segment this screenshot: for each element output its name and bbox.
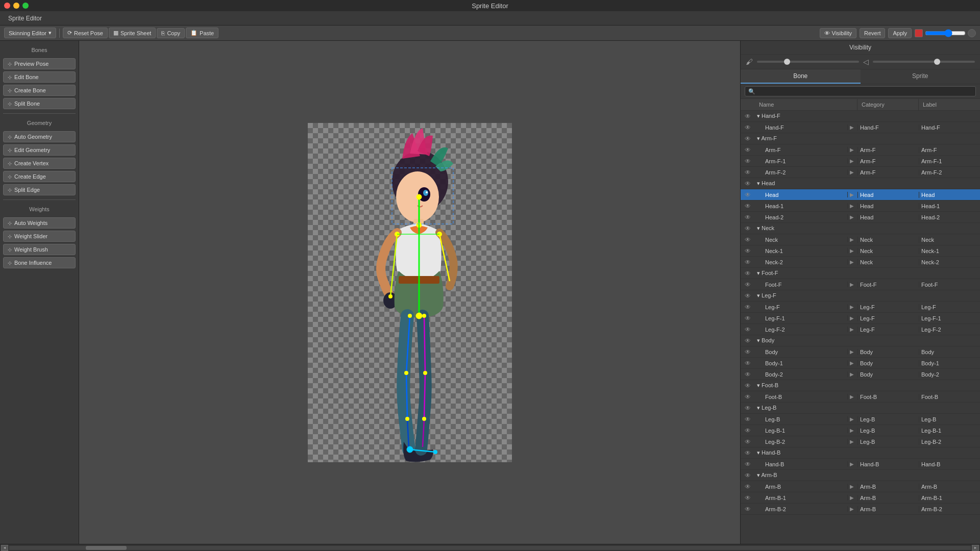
tree-row[interactable]: 👁▾ Foot-B	[741, 380, 980, 391]
scroll-track[interactable]	[9, 546, 971, 550]
visibility-eye-icon[interactable]: 👁	[745, 180, 751, 187]
apply-button[interactable]: Apply	[888, 28, 912, 38]
visibility-eye-icon[interactable]: 👁	[745, 371, 751, 378]
tree-row[interactable]: 👁▾ Arm-F	[741, 133, 980, 144]
canvas-viewport[interactable]	[308, 123, 512, 462]
tree-row[interactable]: 👁▾ Neck	[741, 223, 980, 234]
tree-row[interactable]: 👁Arm-F-2▶Arm-FArm-F-2	[741, 167, 980, 178]
visibility-eye-icon[interactable]: 👁	[745, 461, 751, 468]
visibility-eye-icon[interactable]: 👁	[745, 427, 751, 434]
visibility-eye-icon[interactable]: 👁	[745, 382, 751, 389]
visibility-eye-icon[interactable]: 👁	[745, 360, 751, 367]
tree-row[interactable]: 👁Arm-B-2▶Arm-BArm-B-2	[741, 504, 980, 515]
tab-bone[interactable]: Bone	[741, 69, 861, 84]
tree-row[interactable]: 👁▾ Leg-F	[741, 290, 980, 302]
maximize-button[interactable]	[22, 3, 29, 9]
visibility-eye-icon[interactable]: 👁	[745, 315, 751, 322]
visibility-eye-icon[interactable]: 👁	[745, 483, 751, 490]
tree-row[interactable]: 👁Leg-F-2▶Leg-FLeg-F-2	[741, 324, 980, 335]
visibility-eye-icon[interactable]: 👁	[745, 506, 751, 513]
tree-row[interactable]: 👁Body▶BodyBody	[741, 346, 980, 358]
tree-row[interactable]: 👁Arm-F-1▶Arm-FArm-F-1	[741, 156, 980, 167]
menu-sprite-editor[interactable]: Sprite Editor	[4, 14, 46, 23]
weight-brush-button[interactable]: ⊹ Weight Brush	[3, 244, 76, 255]
slider-thumb-2[interactable]	[934, 59, 940, 65]
tree-row[interactable]: 👁Hand-F▶Hand-FHand-F	[741, 122, 980, 133]
visibility-eye-icon[interactable]: 👁	[745, 124, 751, 131]
bone-influence-button[interactable]: ⊹ Bone Influence	[3, 257, 76, 268]
tree-row[interactable]: 👁Neck-1▶NeckNeck-1	[741, 245, 980, 257]
tree-row[interactable]: 👁Arm-F▶Arm-FArm-F	[741, 144, 980, 156]
tree-row[interactable]: 👁Body-1▶BodyBody-1	[741, 358, 980, 369]
edit-geometry-button[interactable]: ⊹ Edit Geometry	[3, 144, 76, 156]
paste-button[interactable]: 📋 Paste	[186, 28, 218, 38]
minimize-button[interactable]	[13, 3, 19, 9]
scroll-right-arrow[interactable]: ▸	[972, 545, 979, 551]
reset-pose-button[interactable]: ⟳ Reset Pose	[63, 28, 108, 38]
edit-bone-button[interactable]: ⊹ Edit Bone	[3, 71, 76, 83]
tree-row[interactable]: 👁▾ Hand-B	[741, 447, 980, 459]
scroll-thumb[interactable]	[86, 546, 127, 550]
tree-row[interactable]: 👁Head-2▶HeadHead-2	[741, 212, 980, 223]
search-input[interactable]	[745, 86, 976, 96]
visibility-eye-icon[interactable]: 👁	[745, 247, 751, 255]
visibility-eye-icon[interactable]: 👁	[745, 326, 751, 333]
tree-row[interactable]: 👁Leg-F▶Leg-FLeg-F	[741, 302, 980, 313]
tree-row[interactable]: 👁Leg-B-2▶Leg-BLeg-B-2	[741, 436, 980, 447]
visibility-eye-icon[interactable]: 👁	[745, 348, 751, 356]
preview-pose-button[interactable]: ⊹ Preview Pose	[3, 58, 76, 69]
visibility-eye-icon[interactable]: 👁	[745, 146, 751, 154]
visibility-eye-icon[interactable]: 👁	[745, 113, 751, 120]
tab-sprite[interactable]: Sprite	[861, 69, 981, 84]
visibility-eye-icon[interactable]: 👁	[745, 214, 751, 221]
tree-row[interactable]: 👁Hand-B▶Hand-BHand-B	[741, 459, 980, 470]
visibility-eye-icon[interactable]: 👁	[745, 259, 751, 266]
tree-row[interactable]: 👁▾ Foot-F	[741, 268, 980, 279]
visibility-eye-icon[interactable]: 👁	[745, 135, 751, 142]
visibility-eye-icon[interactable]: 👁	[745, 158, 751, 165]
visibility-eye-icon[interactable]: 👁	[745, 236, 751, 243]
visibility-eye-icon[interactable]: 👁	[745, 270, 751, 277]
tree-list[interactable]: 👁▾ Hand-F👁Hand-F▶Hand-FHand-F👁▾ Arm-F👁Ar…	[741, 111, 980, 544]
color-circle[interactable]	[968, 29, 976, 37]
visibility-eye-icon[interactable]: 👁	[745, 393, 751, 400]
weight-slider-button[interactable]: ⊹ Weight Slider	[3, 231, 76, 242]
create-vertex-button[interactable]: ⊹ Create Vertex	[3, 158, 76, 169]
tree-row[interactable]: 👁Foot-B▶Foot-BFoot-B	[741, 391, 980, 403]
visibility-button[interactable]: 👁 Visibility	[820, 28, 857, 38]
visibility-eye-icon[interactable]: 👁	[745, 292, 751, 299]
sprite-sheet-button[interactable]: ▦ Sprite Sheet	[109, 28, 156, 38]
create-edge-button[interactable]: ⊹ Create Edge	[3, 171, 76, 182]
tree-row[interactable]: 👁▾ Arm-B	[741, 470, 980, 481]
tree-row[interactable]: 👁Arm-B-1▶Arm-BArm-B-1	[741, 492, 980, 504]
split-bone-button[interactable]: ⊹ Split Bone	[3, 98, 76, 109]
visibility-eye-icon[interactable]: 👁	[745, 472, 751, 479]
visibility-eye-icon[interactable]: 👁	[745, 225, 751, 232]
tree-row[interactable]: 👁Head▶HeadHead	[741, 189, 980, 201]
tree-row[interactable]: 👁Body-2▶BodyBody-2	[741, 369, 980, 380]
revert-button[interactable]: Revert	[860, 28, 885, 38]
visibility-eye-icon[interactable]: 👁	[745, 449, 751, 457]
tree-row[interactable]: 👁Leg-F-1▶Leg-FLeg-F-1	[741, 313, 980, 324]
close-button[interactable]	[4, 3, 10, 9]
slider-track-1[interactable]	[757, 61, 859, 63]
visibility-eye-icon[interactable]: 👁	[745, 405, 751, 412]
visibility-eye-icon[interactable]: 👁	[745, 438, 751, 445]
tree-row[interactable]: 👁Neck-2▶NeckNeck-2	[741, 257, 980, 268]
tree-row[interactable]: 👁Arm-B▶Arm-BArm-B	[741, 481, 980, 492]
skinning-editor-dropdown[interactable]: Skinning Editor ▾	[4, 28, 56, 38]
visibility-eye-icon[interactable]: 👁	[745, 203, 751, 210]
auto-weights-button[interactable]: ⊹ Auto Weights	[3, 217, 76, 229]
create-bone-button[interactable]: ⊹ Create Bone	[3, 85, 76, 96]
split-edge-button[interactable]: ⊹ Split Edge	[3, 184, 76, 195]
tree-row[interactable]: 👁▾ Head	[741, 178, 980, 189]
tree-row[interactable]: 👁▾ Body	[741, 335, 980, 346]
slider-track-2[interactable]	[873, 61, 975, 63]
slider-thumb-1[interactable]	[784, 59, 790, 65]
tree-row[interactable]: 👁Leg-B-1▶Leg-BLeg-B-1	[741, 425, 980, 436]
tree-row[interactable]: 👁Foot-F▶Foot-FFoot-F	[741, 279, 980, 290]
visibility-eye-icon[interactable]: 👁	[745, 191, 751, 198]
visibility-eye-icon[interactable]: 👁	[745, 169, 751, 176]
visibility-eye-icon[interactable]: 👁	[745, 304, 751, 311]
visibility-eye-icon[interactable]: 👁	[745, 416, 751, 423]
